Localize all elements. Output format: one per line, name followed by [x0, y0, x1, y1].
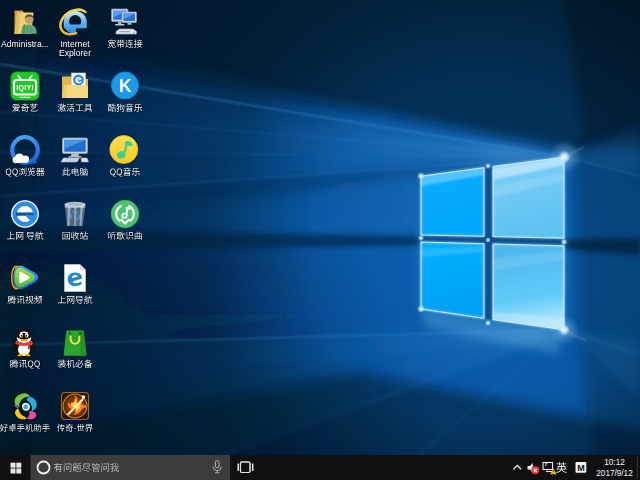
svg-text:K: K	[119, 76, 132, 96]
svg-text:iQIYI: iQIYI	[16, 84, 33, 92]
svg-text:10:12: 10:12	[604, 458, 625, 467]
svg-text:M: M	[577, 463, 585, 473]
svg-text:Administra...: Administra...	[1, 39, 49, 49]
svg-text:Explorer: Explorer	[59, 48, 91, 58]
svg-text:2017/9/12: 2017/9/12	[596, 469, 633, 478]
